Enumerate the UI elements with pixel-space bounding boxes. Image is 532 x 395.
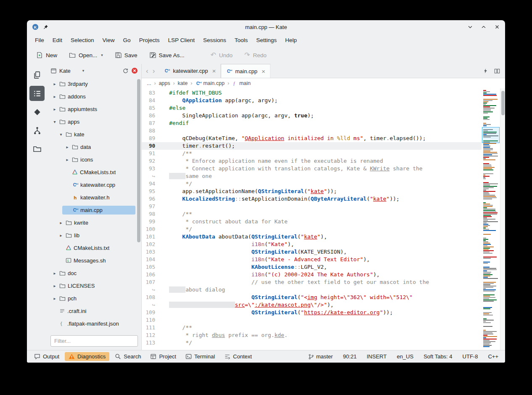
tree-item-appiumtests[interactable]: ▸appiumtests [47,103,141,115]
line-number[interactable]: 110 [142,316,159,324]
line-number[interactable]: 101 [142,233,159,241]
sidebar-filesystem-button[interactable] [29,141,45,156]
line-number[interactable]: 103 [142,248,159,256]
status-project-button[interactable]: Project [146,352,180,361]
code-line[interactable]: ↪ about dialog [142,286,482,294]
minimap-viewport[interactable] [482,127,500,143]
pin-icon[interactable] [43,24,48,30]
line-number[interactable]: 98 [142,210,159,218]
redo-button[interactable]: ↷Redo [240,49,271,61]
line-number[interactable]: 86 [142,112,159,119]
dropdown-chevron-icon[interactable]: ▾ [101,53,103,57]
lsp-actions-icon[interactable] [483,68,488,74]
tab-katewaiter-cpp[interactable]: C++katewaiter.cpp× [159,64,221,78]
code-scroll[interactable]: 83#ifdef WITH_DBUS84 QApplication app(ar… [142,88,482,350]
close-project-icon[interactable] [131,67,138,74]
line-number[interactable]: 106 [142,271,159,278]
chevron-down-icon[interactable]: ▾ [82,69,85,73]
vertical-scrollbar[interactable] [500,88,505,350]
sidebar-projects-button[interactable] [29,86,45,101]
status-dictionary[interactable]: en_US [397,352,413,361]
line-number[interactable]: 95 [142,188,159,195]
line-number[interactable]: 85 [142,104,159,112]
line-number[interactable]: 100 [142,225,159,233]
code-line[interactable]: 98 /** [142,210,482,218]
code-line[interactable]: 102 i18n("Kate"), [142,241,482,248]
tree-item-data[interactable]: ▸data [47,141,141,153]
status-cursor-position[interactable]: 90:21 [343,352,357,361]
save-button[interactable]: Save [111,49,142,61]
code-line[interactable]: 107 // use the other text field to get o… [142,278,482,286]
tree-item-craft-ini[interactable]: .craft.ini [47,305,141,317]
sidebar-documents-button[interactable] [29,67,45,82]
tree-item-main-cpp[interactable]: C++main.cpp [47,204,141,216]
line-number[interactable]: 105 [142,263,159,271]
code-line[interactable]: ↪ same one [142,172,482,180]
code-line[interactable]: 86 SingleApplication app(argc, argv, tru… [142,112,482,119]
tree-item-cmakelists-txt[interactable]: CMakeLists.txt [47,166,141,178]
menu-selection[interactable]: Selection [67,35,98,45]
save-as-button[interactable]: Save As... [145,49,189,61]
expander-icon[interactable]: ▸ [52,94,57,99]
code-line[interactable]: 101 KAboutData aboutData(QStringLiteral(… [142,233,482,241]
code-line[interactable]: 94 */ [142,180,482,188]
refresh-icon[interactable] [122,68,129,74]
status-search-button[interactable]: Search [111,352,145,361]
minimize-icon[interactable] [467,24,473,30]
line-number[interactable]: 88 [142,127,159,135]
tree-item-messages-sh[interactable]: $Messages.sh [47,254,141,267]
open-button[interactable]: Open...▾ [65,49,107,61]
menu-settings[interactable]: Settings [252,35,281,45]
status-tab-settings[interactable]: Soft Tabs: 4 [423,352,452,361]
filter-input[interactable] [54,338,134,344]
expander-icon[interactable]: ▸ [52,284,57,288]
expander-icon[interactable]: ▸ [58,220,64,225]
line-number[interactable]: 109 [142,309,159,316]
line-number[interactable]: 108 [142,294,159,301]
menu-edit[interactable]: Edit [49,35,66,45]
menu-view[interactable]: View [99,35,119,45]
menu-sessions[interactable]: Sessions [199,35,230,45]
tree-item-doc[interactable]: ▸doc [47,267,141,279]
code-line[interactable]: 113 */ [142,339,482,347]
code-line[interactable]: 109 QStringLiteral("https://kate-editor.… [142,309,482,316]
code-line[interactable]: 85#else [142,104,482,112]
close-tab-icon[interactable]: × [212,67,216,74]
undo-button[interactable]: ↶Undo [206,49,237,61]
line-number[interactable]: 113 [142,339,159,347]
breadcrumb-kate[interactable]: kate [178,80,188,86]
line-number[interactable]: 91 [142,150,159,157]
maximize-icon[interactable] [481,24,487,30]
tree-item-flatpak-manifest-json[interactable]: { }.flatpak-manifest.json [47,317,141,330]
code-line[interactable]: 88 [142,127,482,135]
expander-icon[interactable]: ▸ [58,233,64,238]
tree-item-addons[interactable]: ▸addons [47,90,141,103]
tree-item-licenses[interactable]: ▸LICENSES [47,279,141,292]
code-line[interactable]: 92 * Enforce application name even if th… [142,157,482,165]
expander-icon[interactable]: ▸ [65,145,70,149]
status-git-branch[interactable]: master [308,352,333,361]
line-number[interactable]: 102 [142,241,159,248]
tree-item-kate[interactable]: ▾kate [47,128,141,141]
tree-item-kwrite[interactable]: ▸kwrite [47,216,141,229]
code-line[interactable]: 99 * construct about data for Kate [142,218,482,225]
tab-forward-icon[interactable]: › [153,67,155,75]
line-number[interactable]: 93 [142,165,159,172]
tab-back-icon[interactable]: ‹ [146,67,148,75]
line-number[interactable]: 111 [142,324,159,331]
code-line[interactable]: 83#ifdef WITH_DBUS [142,89,482,97]
breadcrumb-main-cpp[interactable]: C++main.cpp [195,80,225,87]
status-output-button[interactable]: Output [30,352,63,361]
tree-item-lib[interactable]: ▸lib [47,229,141,241]
code-line[interactable]: 104 i18n("Kate - Advanced Text Editor"), [142,256,482,263]
code-line[interactable]: 100 */ [142,225,482,233]
line-number[interactable]: 99 [142,218,159,225]
code-line[interactable]: 110 [142,316,482,324]
expander-icon[interactable]: ▸ [52,296,57,301]
tree-item-flatpak-manifest-json[interactable]: { }.flatpak-manifest.json [47,330,141,333]
tree-scrollbar[interactable] [137,79,140,242]
line-number[interactable]: 84 [142,97,159,104]
minimap[interactable] [482,88,500,350]
status-input-mode[interactable]: INSERT [367,352,386,361]
line-number[interactable]: 90 [142,142,159,150]
